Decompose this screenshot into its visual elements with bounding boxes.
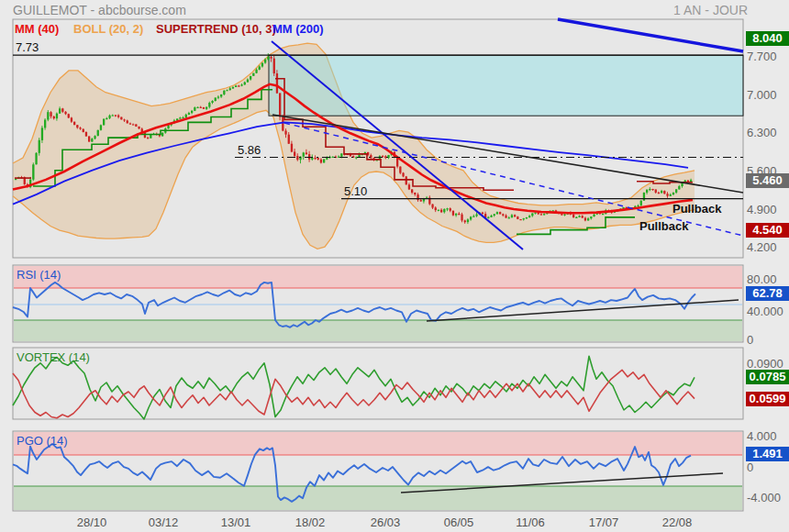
candle-body: [247, 80, 249, 83]
candle-body: [414, 193, 416, 194]
candle-body: [540, 214, 542, 215]
date-tick-label: 28/10: [77, 515, 107, 529]
level-label-586[interactable]: 5.86: [238, 144, 261, 156]
candle-body: [455, 214, 457, 216]
candle-body: [651, 189, 653, 190]
candle-body: [443, 209, 445, 212]
pullback-annotation-upper[interactable]: Pullback: [672, 203, 721, 215]
candle-body: [267, 57, 269, 60]
candle-body: [593, 215, 595, 216]
candle-body: [675, 189, 677, 193]
candle-body: [59, 108, 61, 113]
candle-body: [215, 98, 217, 102]
candle-body: [561, 214, 562, 215]
candle-body: [191, 111, 193, 113]
candle-body: [150, 135, 151, 139]
date-tick-label: 26/03: [371, 515, 401, 529]
rsi-oversold-zone: [14, 320, 742, 341]
candle-body: [282, 116, 283, 130]
candle-body: [649, 189, 650, 190]
vortex-value-badge: 0.0599: [746, 392, 789, 406]
candle-body: [115, 116, 117, 116]
candle-body: [76, 125, 78, 127]
chart-canvas: [0, 0, 789, 532]
candle-body: [179, 117, 181, 118]
candle-body: [420, 200, 422, 201]
candle-body: [120, 117, 122, 120]
candle-body: [47, 112, 49, 119]
candle-body: [690, 180, 692, 182]
candle-body: [461, 215, 462, 221]
candle-body: [32, 164, 34, 179]
candle-body: [452, 211, 454, 216]
candle-body: [112, 116, 114, 116]
pgo-lower-zone: [14, 486, 742, 510]
candle-body: [217, 97, 219, 98]
candle-body: [196, 107, 198, 108]
chart-page: GUILLEMOT - abcbourse.com 1 AN - JOUR MM…: [0, 0, 789, 532]
main-value-badge: 4.540: [746, 223, 789, 238]
candle-body: [672, 193, 674, 194]
legend-item-3[interactable]: SUPERTREND (10, 3): [156, 23, 276, 35]
candle-body: [129, 124, 131, 125]
rsi-axis-label: 0: [747, 333, 753, 348]
candle-body: [53, 116, 55, 118]
candle-body: [97, 130, 99, 136]
legend-item-4[interactable]: MM (200): [272, 23, 324, 35]
legend-item-2[interactable]: BOLL (20, 2): [73, 23, 143, 35]
candle-body: [185, 115, 187, 117]
candle-body: [288, 135, 290, 144]
candle-body: [438, 210, 439, 211]
candle-body: [406, 176, 407, 184]
candle-body: [294, 152, 295, 157]
legend-item-1[interactable]: MM (40): [15, 23, 59, 35]
candle-body: [467, 219, 469, 222]
candle-body: [314, 158, 316, 159]
candle-body: [514, 215, 516, 216]
candle-body: [240, 84, 242, 85]
pgo-axis-label: 0: [747, 460, 753, 475]
date-tick-label: 03/12: [149, 515, 179, 529]
vortex-panel[interactable]: [13, 348, 743, 419]
rsi-axis-label: 40.000: [747, 305, 783, 319]
level-label-510[interactable]: 5.10: [344, 185, 367, 197]
main-value-badge: 8.040: [746, 31, 789, 46]
candle-body: [244, 83, 246, 85]
candle-body: [229, 88, 231, 90]
candle-body: [590, 216, 592, 218]
candle-body: [431, 205, 433, 208]
candle-body: [259, 67, 261, 70]
candle-body: [340, 153, 342, 156]
candle-body: [440, 210, 442, 213]
candle-body: [543, 214, 545, 215]
candle-body: [238, 85, 239, 86]
candle-body: [502, 214, 504, 216]
candle-body: [15, 179, 17, 180]
pgo-value-badge: 1.491: [746, 447, 789, 461]
candle-body: [83, 129, 84, 132]
candle-body: [399, 167, 401, 173]
candle-body: [264, 60, 266, 63]
candle-body: [402, 173, 404, 177]
candle-body: [511, 215, 513, 217]
level-label-773[interactable]: 7.73: [16, 41, 39, 53]
candle-body: [261, 63, 263, 67]
candle-body: [252, 73, 254, 76]
candle-body: [317, 158, 319, 160]
candle-body: [56, 114, 58, 119]
rsi-axis-label: 80.00: [747, 272, 777, 287]
candle-body: [270, 57, 272, 59]
candle-body: [188, 113, 190, 115]
pullback-annotation-lower[interactable]: Pullback: [639, 220, 688, 232]
candle-body: [123, 119, 125, 120]
candle-body: [127, 120, 128, 123]
candle-body: [450, 208, 451, 211]
candle-body: [211, 101, 213, 103]
candle-body: [132, 124, 134, 125]
candle-body: [147, 138, 149, 139]
candle-body: [563, 215, 565, 216]
candle-body: [575, 217, 577, 218]
pgo-axis-label: -4.000: [747, 491, 781, 505]
candle-body: [464, 220, 466, 222]
date-tick-label: 13/01: [221, 515, 251, 529]
